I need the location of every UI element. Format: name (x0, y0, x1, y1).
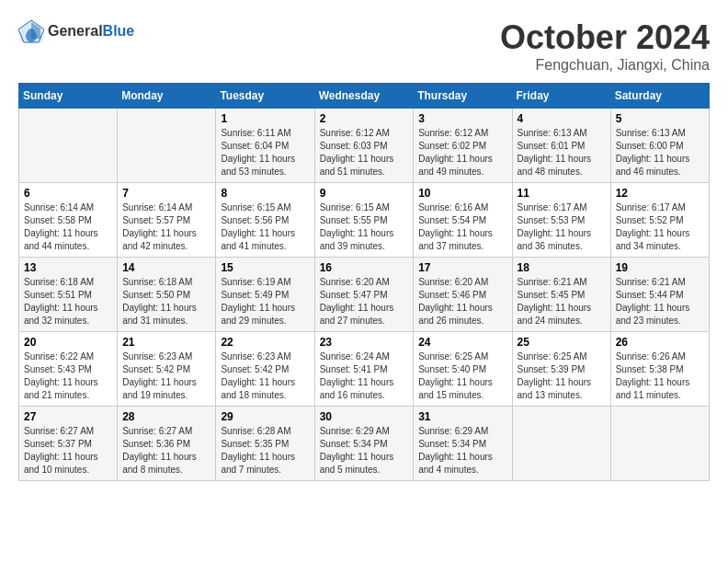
day-number: 11 (518, 187, 606, 200)
calendar-cell (610, 407, 709, 481)
day-info: Sunrise: 6:13 AM Sunset: 6:00 PM Dayligh… (616, 127, 704, 178)
day-info: Sunrise: 6:12 AM Sunset: 6:03 PM Dayligh… (320, 127, 409, 178)
calendar-cell: 10Sunrise: 6:16 AM Sunset: 5:54 PM Dayli… (414, 183, 512, 258)
location-title: Fengchuan, Jiangxi, China (500, 57, 710, 74)
day-info: Sunrise: 6:11 AM Sunset: 6:04 PM Dayligh… (221, 127, 309, 178)
day-info: Sunrise: 6:25 AM Sunset: 5:39 PM Dayligh… (518, 350, 606, 402)
weekday-header-thursday: Thursday (414, 84, 512, 109)
calendar-cell: 15Sunrise: 6:19 AM Sunset: 5:49 PM Dayli… (216, 258, 314, 332)
calendar-cell (19, 109, 118, 183)
day-info: Sunrise: 6:21 AM Sunset: 5:45 PM Dayligh… (518, 276, 606, 327)
calendar-cell: 14Sunrise: 6:18 AM Sunset: 5:50 PM Dayli… (118, 258, 216, 332)
calendar-cell: 12Sunrise: 6:17 AM Sunset: 5:52 PM Dayli… (610, 183, 709, 258)
week-row-1: 1Sunrise: 6:11 AM Sunset: 6:04 PM Daylig… (19, 109, 710, 183)
page-header: GeneralBlue October 2024 Fengchuan, Jian… (18, 18, 710, 74)
week-row-2: 6Sunrise: 6:14 AM Sunset: 5:58 PM Daylig… (19, 183, 710, 258)
calendar-cell: 18Sunrise: 6:21 AM Sunset: 5:45 PM Dayli… (512, 258, 610, 332)
day-number: 5 (616, 112, 704, 125)
calendar-cell: 2Sunrise: 6:12 AM Sunset: 6:03 PM Daylig… (314, 109, 414, 183)
day-number: 27 (24, 410, 112, 423)
day-number: 7 (122, 187, 210, 200)
day-number: 16 (320, 261, 409, 274)
weekday-header-tuesday: Tuesday (216, 84, 314, 109)
day-info: Sunrise: 6:12 AM Sunset: 6:02 PM Dayligh… (418, 127, 506, 178)
day-number: 29 (221, 410, 309, 423)
day-number: 19 (616, 261, 704, 274)
day-number: 15 (221, 261, 309, 274)
calendar-cell: 1Sunrise: 6:11 AM Sunset: 6:04 PM Daylig… (216, 109, 314, 183)
calendar-cell: 9Sunrise: 6:15 AM Sunset: 5:55 PM Daylig… (314, 183, 414, 258)
logo-icon (18, 18, 44, 44)
calendar-cell: 7Sunrise: 6:14 AM Sunset: 5:57 PM Daylig… (118, 183, 216, 258)
day-number: 18 (518, 261, 606, 274)
calendar-cell (118, 109, 216, 183)
day-info: Sunrise: 6:13 AM Sunset: 6:01 PM Dayligh… (518, 127, 606, 178)
day-info: Sunrise: 6:17 AM Sunset: 5:53 PM Dayligh… (518, 201, 606, 253)
calendar-cell: 8Sunrise: 6:15 AM Sunset: 5:56 PM Daylig… (216, 183, 314, 258)
day-number: 26 (616, 336, 704, 349)
calendar-cell: 16Sunrise: 6:20 AM Sunset: 5:47 PM Dayli… (314, 258, 414, 332)
calendar-cell: 21Sunrise: 6:23 AM Sunset: 5:42 PM Dayli… (118, 332, 216, 407)
day-info: Sunrise: 6:14 AM Sunset: 5:58 PM Dayligh… (24, 201, 112, 253)
month-title: October 2024 (500, 18, 710, 57)
day-number: 4 (518, 112, 606, 125)
calendar-cell: 30Sunrise: 6:29 AM Sunset: 5:34 PM Dayli… (314, 407, 414, 481)
day-number: 30 (320, 410, 409, 423)
day-number: 2 (320, 112, 409, 125)
calendar-cell: 13Sunrise: 6:18 AM Sunset: 5:51 PM Dayli… (19, 258, 118, 332)
calendar-cell: 27Sunrise: 6:27 AM Sunset: 5:37 PM Dayli… (19, 407, 118, 481)
calendar-cell: 3Sunrise: 6:12 AM Sunset: 6:02 PM Daylig… (414, 109, 512, 183)
calendar-table: SundayMondayTuesdayWednesdayThursdayFrid… (18, 83, 710, 481)
day-number: 10 (418, 187, 506, 200)
day-info: Sunrise: 6:22 AM Sunset: 5:43 PM Dayligh… (24, 350, 112, 402)
day-info: Sunrise: 6:24 AM Sunset: 5:41 PM Dayligh… (320, 350, 409, 402)
calendar-cell: 19Sunrise: 6:21 AM Sunset: 5:44 PM Dayli… (610, 258, 709, 332)
day-number: 8 (221, 187, 309, 200)
week-row-5: 27Sunrise: 6:27 AM Sunset: 5:37 PM Dayli… (19, 407, 710, 481)
day-number: 25 (518, 336, 606, 349)
day-number: 17 (418, 261, 506, 274)
logo: GeneralBlue (18, 18, 134, 44)
day-info: Sunrise: 6:29 AM Sunset: 5:34 PM Dayligh… (418, 425, 506, 477)
day-info: Sunrise: 6:27 AM Sunset: 5:36 PM Dayligh… (122, 425, 210, 477)
day-number: 12 (616, 187, 704, 200)
calendar-cell (512, 407, 610, 481)
day-info: Sunrise: 6:21 AM Sunset: 5:44 PM Dayligh… (616, 276, 704, 327)
calendar-cell: 28Sunrise: 6:27 AM Sunset: 5:36 PM Dayli… (118, 407, 216, 481)
day-info: Sunrise: 6:17 AM Sunset: 5:52 PM Dayligh… (616, 201, 704, 253)
day-info: Sunrise: 6:26 AM Sunset: 5:38 PM Dayligh… (616, 350, 704, 402)
weekday-header-saturday: Saturday (610, 84, 709, 109)
title-area: October 2024 Fengchuan, Jiangxi, China (500, 18, 710, 74)
calendar-cell: 31Sunrise: 6:29 AM Sunset: 5:34 PM Dayli… (414, 407, 512, 481)
day-number: 6 (24, 187, 112, 200)
day-info: Sunrise: 6:19 AM Sunset: 5:49 PM Dayligh… (221, 276, 309, 327)
day-number: 22 (221, 336, 309, 349)
day-number: 9 (320, 187, 409, 200)
calendar-cell: 29Sunrise: 6:28 AM Sunset: 5:35 PM Dayli… (216, 407, 314, 481)
logo-text: GeneralBlue (48, 23, 134, 40)
day-number: 28 (122, 410, 210, 423)
day-number: 24 (418, 336, 506, 349)
day-number: 14 (122, 261, 210, 274)
day-info: Sunrise: 6:15 AM Sunset: 5:55 PM Dayligh… (320, 201, 409, 253)
day-info: Sunrise: 6:25 AM Sunset: 5:40 PM Dayligh… (418, 350, 506, 402)
day-number: 20 (24, 336, 112, 349)
weekday-header-row: SundayMondayTuesdayWednesdayThursdayFrid… (19, 84, 710, 109)
day-info: Sunrise: 6:16 AM Sunset: 5:54 PM Dayligh… (418, 201, 506, 253)
day-info: Sunrise: 6:18 AM Sunset: 5:50 PM Dayligh… (122, 276, 210, 327)
calendar-cell: 26Sunrise: 6:26 AM Sunset: 5:38 PM Dayli… (610, 332, 709, 407)
calendar-cell: 17Sunrise: 6:20 AM Sunset: 5:46 PM Dayli… (414, 258, 512, 332)
day-number: 21 (122, 336, 210, 349)
calendar-cell: 4Sunrise: 6:13 AM Sunset: 6:01 PM Daylig… (512, 109, 610, 183)
day-info: Sunrise: 6:29 AM Sunset: 5:34 PM Dayligh… (320, 425, 409, 477)
day-info: Sunrise: 6:18 AM Sunset: 5:51 PM Dayligh… (24, 276, 112, 327)
logo-blue: Blue (103, 23, 135, 39)
calendar-cell: 6Sunrise: 6:14 AM Sunset: 5:58 PM Daylig… (19, 183, 118, 258)
day-number: 13 (24, 261, 112, 274)
day-number: 1 (221, 112, 309, 125)
weekday-header-monday: Monday (118, 84, 216, 109)
day-info: Sunrise: 6:23 AM Sunset: 5:42 PM Dayligh… (221, 350, 309, 402)
calendar-cell: 25Sunrise: 6:25 AM Sunset: 5:39 PM Dayli… (512, 332, 610, 407)
calendar-cell: 5Sunrise: 6:13 AM Sunset: 6:00 PM Daylig… (610, 109, 709, 183)
week-row-3: 13Sunrise: 6:18 AM Sunset: 5:51 PM Dayli… (19, 258, 710, 332)
